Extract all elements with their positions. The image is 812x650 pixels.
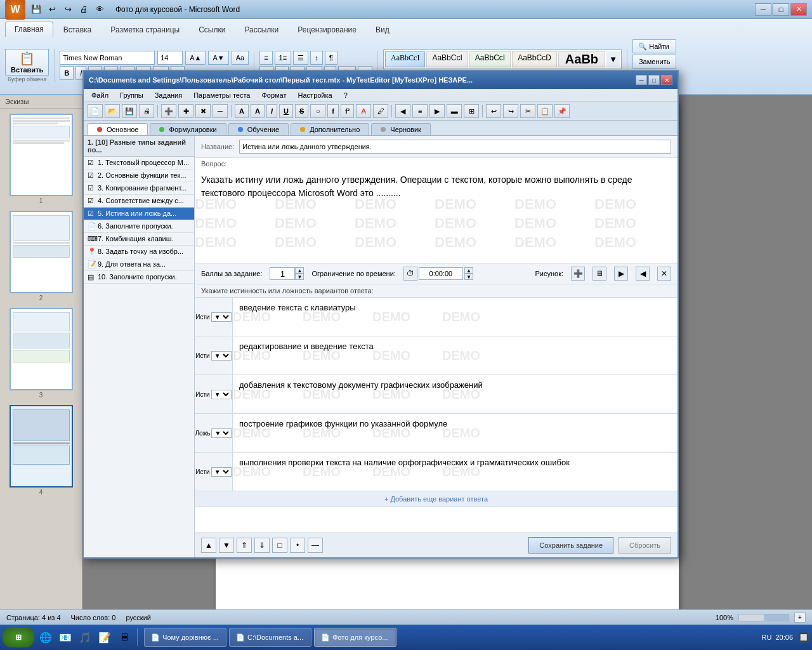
task-item-9[interactable]: 📝 9. Для ответа на за... (84, 258, 194, 271)
answer-truth-select-4[interactable]: ▼ (211, 428, 232, 438)
menu-groups[interactable]: Группы (115, 90, 148, 100)
picture-btn4[interactable]: ◀ (636, 267, 650, 281)
mt-save-btn[interactable]: 💾 (122, 104, 137, 118)
clear-format-btn[interactable]: Aa (232, 51, 249, 65)
mt-print-btn[interactable]: 🖨 (139, 104, 154, 118)
maximize-btn[interactable]: □ (773, 3, 789, 16)
font-grow-btn[interactable]: A▲ (185, 51, 206, 65)
tab-learning[interactable]: Обучение (228, 123, 289, 135)
close-btn[interactable]: ✕ (790, 3, 807, 16)
zoom-plus-btn[interactable]: + (794, 613, 806, 623)
task-item-5[interactable]: ☑ 5. Истина или ложь да... (84, 208, 194, 220)
mt-color-btn[interactable]: A (356, 104, 371, 118)
quick-media[interactable]: 🎵 (76, 628, 94, 646)
office-button[interactable]: W (5, 0, 25, 20)
mt-open-btn[interactable]: 📂 (105, 104, 120, 118)
sketch-3[interactable]: 3 (6, 308, 76, 400)
quick-icon5[interactable]: 🖥 (115, 628, 133, 646)
answer-truth-4[interactable]: Ложь ▼ (195, 414, 233, 452)
picture-add-btn[interactable]: ➕ (571, 267, 585, 281)
undo-arrow-btn[interactable]: ↪ (61, 3, 75, 17)
answer-truth-select-5[interactable]: ▼ (211, 467, 232, 477)
modal-close-btn[interactable]: ✕ (661, 75, 672, 85)
style-item-1[interactable]: AaBbCcI (385, 51, 425, 67)
question-text-area[interactable]: Указать истину или ложь данного утвержде… (195, 168, 678, 263)
replace-btn[interactable]: Заменить (632, 55, 676, 69)
score-up-btn[interactable]: ▲ (295, 267, 304, 274)
task-item-10[interactable]: ▤ 10. Заполните пропуски. (84, 271, 194, 284)
mt-align-left[interactable]: ◀ (395, 104, 410, 118)
save-task-btn[interactable]: Сохранить задание (528, 537, 613, 554)
quick-ie[interactable]: 🌐 (37, 628, 55, 646)
nav-square-btn[interactable]: □ (272, 538, 287, 553)
picture-del-btn[interactable]: ✕ (657, 267, 671, 281)
mt-minus-btn[interactable]: ─ (213, 104, 228, 118)
tab-main[interactable]: Основное (88, 123, 148, 135)
paste-button[interactable]: 📋 Вставить (5, 49, 49, 76)
tab-view[interactable]: Вид (367, 23, 398, 37)
tab-draft[interactable]: Черновик (371, 123, 431, 135)
mt-undo-btn[interactable]: ↩ (486, 104, 501, 118)
nav-bottom-btn[interactable]: ⇓ (254, 538, 270, 553)
mt-table[interactable]: ⊞ (464, 104, 479, 118)
mt-strike-btn[interactable]: S (295, 104, 308, 118)
tray-show-desktop[interactable]: 🔲 (797, 631, 809, 644)
mt-copy-btn[interactable]: 📋 (537, 104, 553, 118)
numbering-btn[interactable]: 1≡ (275, 51, 292, 65)
modal-maximize-btn[interactable]: □ (648, 75, 660, 85)
tab-additional[interactable]: Дополнительно (291, 123, 369, 135)
find-btn[interactable]: 🔍Найти (632, 39, 676, 53)
task-item-6[interactable]: 📄 6. Заполните пропуски. (84, 220, 194, 233)
mt-new-btn[interactable]: 📄 (88, 104, 103, 118)
task-item-1[interactable]: ☑ 1. Текстовый процессор М... (84, 157, 194, 169)
save-quick-btn[interactable]: 💾 (29, 3, 43, 17)
mt-underline-btn[interactable]: U (279, 104, 293, 118)
mt-paste2-btn[interactable]: 📌 (554, 104, 570, 118)
score-input[interactable] (270, 267, 295, 280)
mt-fx-btn[interactable]: f (327, 104, 339, 118)
time-down-btn[interactable]: ▼ (464, 274, 473, 280)
add-answer-btn[interactable]: + Добавить еще вариант ответа (384, 495, 488, 503)
quick-word[interactable]: 📝 (96, 628, 114, 646)
multilevel-btn[interactable]: ☰ (293, 51, 308, 65)
mt-circle-btn[interactable]: ○ (310, 104, 325, 118)
style-item-2[interactable]: AaBbCcI (426, 51, 468, 67)
answer-truth-select-1[interactable]: ▼ (211, 312, 232, 322)
sketch-2[interactable]: 2 (6, 211, 76, 303)
nav-down-btn[interactable]: ▼ (219, 538, 234, 553)
style-item-3[interactable]: AaBbCcI (469, 51, 511, 67)
mt-cut-btn[interactable]: ✂ (520, 104, 535, 118)
modal-minimize-btn[interactable]: ─ (636, 75, 647, 85)
menu-tasks[interactable]: Задания (150, 90, 187, 100)
print-btn[interactable]: 🖨 (77, 3, 91, 17)
minimize-btn[interactable]: ─ (755, 3, 771, 16)
mt-align-right[interactable]: ▶ (429, 104, 445, 118)
undo-btn[interactable]: ↩ (45, 3, 59, 17)
mt-add-btn[interactable]: ➕ (161, 104, 176, 118)
style-item-4[interactable]: AaBbCcD (512, 51, 557, 67)
quick-outlook[interactable]: 📧 (56, 628, 74, 646)
sketch-1[interactable]: 1 (6, 114, 76, 206)
task-item-7[interactable]: ⌨ 7. Комбинация клавиш. (84, 233, 194, 246)
answer-truth-2[interactable]: Исти ▼ (195, 336, 233, 375)
font-size-input[interactable] (157, 51, 183, 65)
mt-bold-btn[interactable]: A (235, 104, 249, 118)
mt-add2-btn[interactable]: ✚ (178, 104, 193, 118)
task-item-2[interactable]: ☑ 2. Основные функции тек... (84, 169, 194, 182)
mt-del-btn[interactable]: ✖ (195, 104, 211, 118)
time-input[interactable] (419, 267, 463, 280)
add-answer-row[interactable]: + Добавить еще вариант ответа (195, 491, 678, 507)
picture-btn3[interactable]: ▶ (614, 267, 628, 281)
start-button[interactable]: ⊞ (3, 627, 34, 647)
mt-fx2-btn[interactable]: f² (341, 104, 354, 118)
menu-help[interactable]: ? (339, 90, 353, 100)
taskbar-item-3[interactable]: 📄 Фото для курсо... (314, 628, 396, 647)
mt-align-center[interactable]: ≡ (412, 104, 428, 118)
font-shrink-btn[interactable]: A▼ (208, 51, 228, 65)
nav-top-btn[interactable]: ⇑ (237, 538, 252, 553)
time-icon-btn[interactable]: ⏱ (403, 267, 417, 281)
bold-btn[interactable]: B (60, 66, 74, 80)
print-preview-btn[interactable]: 👁 (93, 3, 107, 17)
menu-file[interactable]: Файл (86, 90, 114, 100)
nav-bullet-btn[interactable]: — (308, 538, 323, 553)
